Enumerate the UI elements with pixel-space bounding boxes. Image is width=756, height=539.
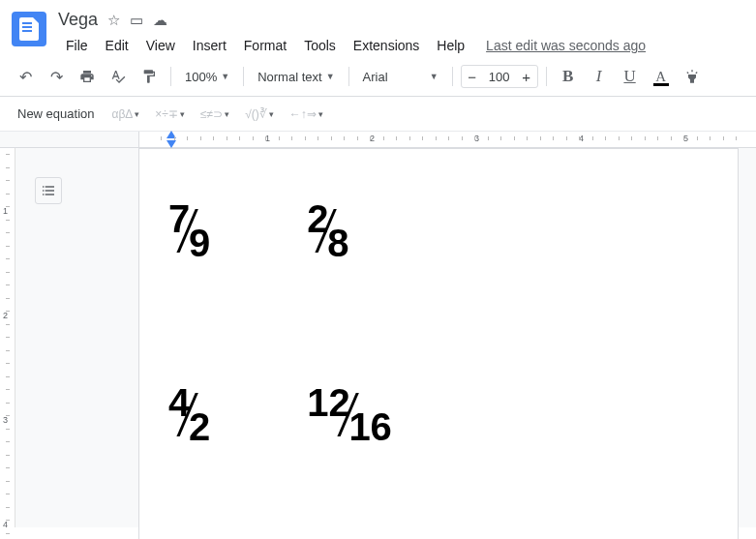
- menu-insert[interactable]: Insert: [185, 34, 234, 57]
- print-button[interactable]: [74, 63, 101, 90]
- fraction-row: 4⁄212⁄16: [168, 381, 709, 449]
- fraction-numerator: 12: [307, 381, 350, 425]
- menu-edit[interactable]: Edit: [98, 34, 136, 57]
- ruler-area: 12345: [0, 132, 756, 148]
- fraction-row: 7⁄92⁄8: [168, 197, 709, 265]
- equation-toolbar: New equation αβΔ▾ ×÷∓▾ ≤≠⊃▾ √()∛▾ ←↑⇒▾: [0, 97, 756, 132]
- star-icon[interactable]: ☆: [107, 12, 120, 29]
- eq-arrows-dropdown[interactable]: ←↑⇒▾: [286, 105, 327, 123]
- zoom-value: 100%: [185, 70, 217, 84]
- fraction[interactable]: 7⁄9: [168, 197, 210, 265]
- outline-toggle-button[interactable]: [35, 177, 62, 204]
- left-gutter: [15, 148, 138, 527]
- text-color-button[interactable]: A: [648, 63, 675, 90]
- style-dropdown[interactable]: Normal text ▼: [252, 63, 340, 90]
- caret-icon: ▼: [326, 72, 335, 81]
- workspace: 1234 7⁄92⁄84⁄212⁄16: [0, 148, 756, 527]
- ruler-number: 1: [3, 206, 8, 216]
- main-toolbar: ↶ ↷ 100% ▼ Normal text ▼ Arial ▼ − + B I…: [0, 57, 756, 97]
- zoom-dropdown[interactable]: 100% ▼: [179, 63, 235, 90]
- undo-button[interactable]: ↶: [12, 63, 39, 90]
- underline-button[interactable]: U: [617, 63, 644, 90]
- eq-operators-dropdown[interactable]: ×÷∓▾: [151, 105, 189, 123]
- cloud-icon[interactable]: ☁: [153, 12, 167, 29]
- menu-extensions[interactable]: Extensions: [346, 34, 427, 57]
- header: Vega ☆ ▭ ☁ File Edit View Insert Format …: [0, 0, 756, 57]
- title-area: Vega ☆ ▭ ☁ File Edit View Insert Format …: [58, 8, 744, 57]
- fraction-slash: ⁄: [324, 195, 331, 267]
- font-size-increase[interactable]: +: [516, 66, 537, 87]
- ruler-number: 2: [3, 311, 8, 320]
- move-icon[interactable]: ▭: [130, 12, 143, 29]
- document-title[interactable]: Vega: [58, 10, 98, 30]
- menu-file[interactable]: File: [58, 34, 96, 57]
- italic-button[interactable]: I: [586, 63, 613, 90]
- ruler-number: 4: [3, 520, 8, 529]
- eq-greek-dropdown[interactable]: αβΔ▾: [108, 105, 144, 123]
- vertical-ruler[interactable]: 1234: [0, 148, 15, 527]
- menu-tools[interactable]: Tools: [296, 34, 344, 57]
- redo-button[interactable]: ↷: [43, 63, 70, 90]
- new-equation-button[interactable]: New equation: [12, 103, 101, 125]
- spellcheck-button[interactable]: [105, 63, 132, 90]
- indent-marker-bottom[interactable]: [166, 140, 176, 148]
- menu-view[interactable]: View: [138, 34, 183, 57]
- ruler-number: 3: [3, 415, 8, 425]
- document-page[interactable]: 7⁄92⁄84⁄212⁄16: [138, 148, 739, 539]
- caret-icon: ▼: [221, 72, 229, 81]
- fraction[interactable]: 4⁄2: [168, 381, 210, 449]
- font-size-control: − +: [461, 65, 538, 88]
- document-content[interactable]: 7⁄92⁄84⁄212⁄16: [168, 197, 709, 449]
- menu-help[interactable]: Help: [429, 34, 472, 57]
- style-value: Normal text: [257, 70, 321, 84]
- bold-button[interactable]: B: [555, 63, 582, 90]
- paint-format-button[interactable]: [136, 63, 163, 90]
- font-dropdown[interactable]: Arial ▼: [357, 63, 444, 90]
- horizontal-ruler[interactable]: 12345: [138, 132, 756, 147]
- indent-marker-top[interactable]: [166, 131, 176, 138]
- eq-math-dropdown[interactable]: √()∛▾: [241, 105, 278, 123]
- menu-format[interactable]: Format: [236, 34, 294, 57]
- menubar: File Edit View Insert Format Tools Exten…: [58, 34, 744, 57]
- font-size-input[interactable]: [483, 70, 516, 84]
- eq-relations-dropdown[interactable]: ≤≠⊃▾: [197, 105, 233, 123]
- caret-icon: ▼: [430, 72, 438, 81]
- last-edit-link[interactable]: Last edit was seconds ago: [486, 34, 646, 57]
- highlight-button[interactable]: [679, 63, 706, 90]
- fraction-slash: ⁄: [346, 379, 352, 451]
- fraction[interactable]: 12⁄16: [307, 381, 392, 449]
- docs-logo[interactable]: [12, 12, 46, 46]
- fraction-denominator: 16: [348, 405, 392, 449]
- font-value: Arial: [363, 70, 388, 84]
- font-size-decrease[interactable]: −: [462, 66, 483, 87]
- fraction-slash: ⁄: [186, 195, 193, 267]
- fraction-slash: ⁄: [186, 379, 193, 451]
- fraction[interactable]: 2⁄8: [307, 197, 348, 265]
